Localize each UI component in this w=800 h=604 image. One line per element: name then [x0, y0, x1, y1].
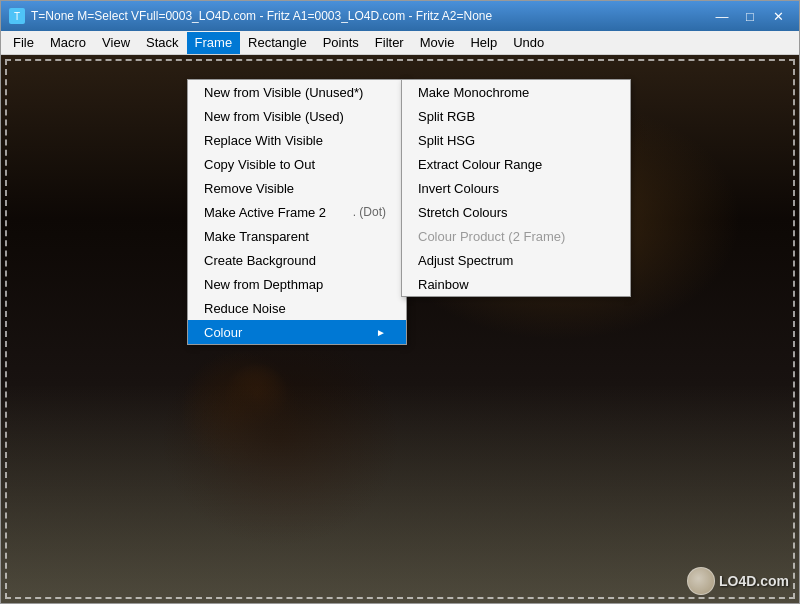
main-content: New from Visible (Unused*) New from Visi…	[1, 55, 799, 603]
submenu-adjust-spectrum[interactable]: Adjust Spectrum	[402, 248, 630, 272]
menu-item-new-depthmap[interactable]: New from Depthmap	[188, 272, 406, 296]
watermark: LO4D.com	[687, 567, 789, 595]
watermark-logo	[687, 567, 715, 595]
menu-rectangle[interactable]: Rectangle	[240, 32, 315, 54]
submenu-colour-product: Colour Product (2 Frame)	[402, 224, 630, 248]
title-bar-controls: — □ ✕	[709, 6, 791, 26]
menu-item-remove-visible[interactable]: Remove Visible	[188, 176, 406, 200]
make-active-shortcut: . (Dot)	[353, 205, 386, 219]
window-title: T=None M=Select VFull=0003_LO4D.com - Fr…	[31, 9, 492, 23]
menu-view[interactable]: View	[94, 32, 138, 54]
close-button[interactable]: ✕	[765, 6, 791, 26]
menu-item-copy-visible-out[interactable]: Copy Visible to Out	[188, 152, 406, 176]
menu-points[interactable]: Points	[315, 32, 367, 54]
menu-item-replace-visible[interactable]: Replace With Visible	[188, 128, 406, 152]
submenu-split-hsg[interactable]: Split HSG	[402, 128, 630, 152]
submenu-stretch-colours[interactable]: Stretch Colours	[402, 200, 630, 224]
title-bar-left: T T=None M=Select VFull=0003_LO4D.com - …	[9, 8, 492, 24]
submenu-invert-colours[interactable]: Invert Colours	[402, 176, 630, 200]
menu-file[interactable]: File	[5, 32, 42, 54]
menu-item-colour[interactable]: Colour ►	[188, 320, 406, 344]
submenu-rainbow[interactable]: Rainbow	[402, 272, 630, 296]
menu-item-make-active-2[interactable]: Make Active Frame 2 . (Dot)	[188, 200, 406, 224]
frame-dropdown-menu: New from Visible (Unused*) New from Visi…	[187, 79, 407, 345]
menu-item-reduce-noise[interactable]: Reduce Noise	[188, 296, 406, 320]
watermark-text: LO4D.com	[719, 573, 789, 589]
menu-item-new-unused[interactable]: New from Visible (Unused*)	[188, 80, 406, 104]
submenu-split-rgb[interactable]: Split RGB	[402, 104, 630, 128]
maximize-button[interactable]: □	[737, 6, 763, 26]
menu-item-create-background[interactable]: Create Background	[188, 248, 406, 272]
colour-submenu: Make Monochrome Split RGB Split HSG Extr…	[401, 79, 631, 297]
menu-filter[interactable]: Filter	[367, 32, 412, 54]
menu-macro[interactable]: Macro	[42, 32, 94, 54]
menu-help[interactable]: Help	[462, 32, 505, 54]
menu-item-new-used[interactable]: New from Visible (Used)	[188, 104, 406, 128]
minimize-button[interactable]: —	[709, 6, 735, 26]
menu-undo[interactable]: Undo	[505, 32, 552, 54]
menu-movie[interactable]: Movie	[412, 32, 463, 54]
app-icon: T	[9, 8, 25, 24]
colour-submenu-arrow: ►	[376, 327, 386, 338]
title-bar: T T=None M=Select VFull=0003_LO4D.com - …	[1, 1, 799, 31]
main-window: T T=None M=Select VFull=0003_LO4D.com - …	[0, 0, 800, 604]
menu-bar: File Macro View Stack Frame Rectangle Po…	[1, 31, 799, 55]
menu-stack[interactable]: Stack	[138, 32, 187, 54]
menu-item-make-transparent[interactable]: Make Transparent	[188, 224, 406, 248]
submenu-extract-colour-range[interactable]: Extract Colour Range	[402, 152, 630, 176]
menu-frame[interactable]: Frame	[187, 32, 241, 54]
submenu-make-mono[interactable]: Make Monochrome	[402, 80, 630, 104]
